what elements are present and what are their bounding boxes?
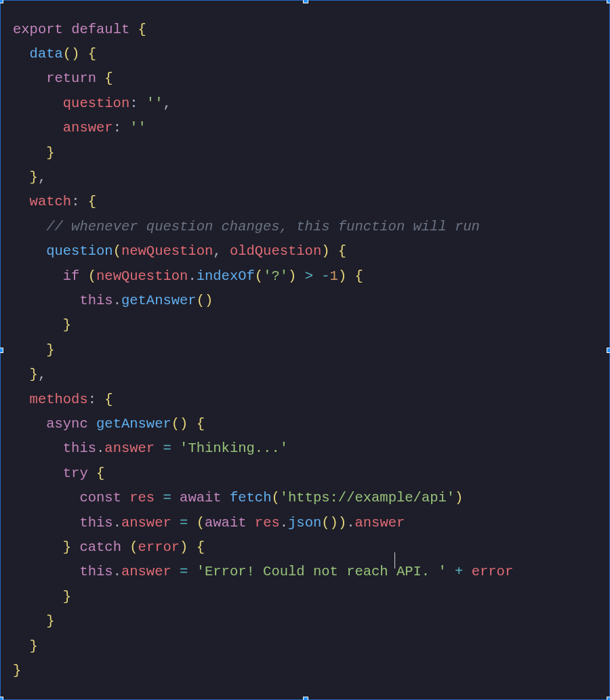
code-line[interactable]: watch: { <box>13 190 513 214</box>
code-token-kw: this <box>79 515 113 531</box>
code-token-punct: } <box>63 589 71 604</box>
code-token-op: + <box>455 564 463 579</box>
code-token-punct: ( <box>113 243 121 259</box>
code-token-plain <box>13 613 46 629</box>
code-token-punct: { <box>104 392 113 407</box>
code-token-fn: indexOf <box>197 268 255 284</box>
code-token-plain <box>13 145 46 161</box>
code-token-var: oldQuestion <box>230 243 321 259</box>
code-line[interactable]: data() { <box>13 42 513 66</box>
selection-handle-middle-left[interactable] <box>0 348 3 353</box>
code-token-dot: : <box>129 96 138 111</box>
code-token-plain <box>296 268 304 284</box>
code-token-plain <box>129 22 138 37</box>
code-line[interactable]: this.answer = 'Thinking...' <box>13 436 513 461</box>
code-token-dot: . <box>113 515 121 531</box>
code-token-fn: json <box>288 515 321 531</box>
code-token-op: = <box>180 564 188 579</box>
selection-handle-bottom-right[interactable] <box>607 697 610 700</box>
selection-handle-top-left[interactable] <box>0 0 3 3</box>
code-line[interactable]: export default { <box>13 18 513 42</box>
code-token-punct: } <box>46 342 54 358</box>
code-line[interactable]: async getAnswer() { <box>13 412 513 436</box>
code-token-kw: try <box>63 466 88 481</box>
code-line[interactable]: methods: { <box>13 388 513 412</box>
code-token-fn: question <box>46 243 113 259</box>
code-token-punct: ( <box>197 515 205 531</box>
code-token-str: 'Thinking...' <box>180 440 288 456</box>
code-token-punct: () <box>197 293 214 308</box>
code-line[interactable]: this.answer = (await res.json()).answer <box>13 511 513 535</box>
code-line[interactable]: this.answer = 'Error! Could not reach AP… <box>13 560 513 584</box>
code-line[interactable]: if (newQuestion.indexOf('?') > -1) { <box>13 264 513 289</box>
code-token-plain <box>155 440 163 456</box>
code-token-kw: catch <box>79 539 121 555</box>
code-line[interactable]: } <box>13 141 513 165</box>
code-token-plain <box>188 416 196 432</box>
code-token-punct: ) <box>338 268 346 284</box>
code-line[interactable]: answer: '' <box>13 116 513 140</box>
code-token-plain <box>13 392 30 407</box>
selection-handle-bottom-left[interactable] <box>0 697 3 700</box>
code-token-plain <box>13 194 30 209</box>
selection-handle-top-middle[interactable] <box>303 0 308 3</box>
text-caret <box>394 552 395 569</box>
code-line[interactable]: // whenever question changes, this funct… <box>13 215 513 239</box>
code-line[interactable]: return { <box>13 66 513 91</box>
code-line[interactable]: const res = await fetch('https://example… <box>13 486 513 510</box>
code-line[interactable]: } <box>13 585 513 609</box>
code-token-punct: } <box>30 367 38 382</box>
code-token-punct: { <box>338 243 346 259</box>
code-token-punct: ()) <box>321 515 346 531</box>
code-token-plain <box>13 70 46 86</box>
code-token-kw: if <box>63 268 80 284</box>
code-line[interactable]: }, <box>13 363 513 387</box>
code-editor[interactable]: export default { data() { return { quest… <box>13 18 513 701</box>
code-token-key: methods <box>30 392 88 407</box>
code-line[interactable]: question: '', <box>13 91 513 116</box>
code-line[interactable]: } <box>13 313 513 337</box>
code-token-plain <box>88 466 96 481</box>
code-line[interactable] <box>13 683 513 700</box>
code-token-plain <box>13 169 30 185</box>
code-line[interactable]: question(newQuestion, oldQuestion) { <box>13 239 513 264</box>
code-token-plain <box>171 490 180 506</box>
code-token-punct: ) <box>180 539 188 555</box>
code-token-plain <box>247 515 255 531</box>
code-line[interactable]: } <box>13 609 513 634</box>
code-token-plain <box>13 293 79 308</box>
code-token-dot: . <box>113 564 121 579</box>
code-line[interactable]: } catch (error) { <box>13 535 513 560</box>
code-token-plain <box>13 120 63 136</box>
selection-handle-top-right[interactable] <box>607 0 610 3</box>
code-token-dot: : <box>113 120 121 136</box>
code-token-var: res <box>129 490 155 506</box>
code-token-plain <box>171 440 180 456</box>
code-token-plain <box>155 490 163 506</box>
code-line[interactable]: } <box>13 634 513 659</box>
code-token-dot: . <box>280 515 288 531</box>
code-token-var: newQuestion <box>121 243 213 259</box>
code-token-punct: ( <box>255 268 263 284</box>
code-token-plain <box>13 96 63 111</box>
code-token-plain <box>88 416 96 432</box>
code-line[interactable]: try { <box>13 461 513 486</box>
code-line[interactable]: this.getAnswer() <box>13 289 513 313</box>
code-editor-canvas[interactable]: export default { data() { return { quest… <box>0 0 610 700</box>
code-token-dot: , <box>213 243 221 259</box>
code-token-plain <box>222 243 230 259</box>
code-token-plain <box>13 466 63 481</box>
code-token-kw: const <box>79 490 121 506</box>
code-line[interactable]: }, <box>13 165 513 190</box>
code-token-kw: default <box>71 22 129 37</box>
code-token-plain <box>171 564 180 579</box>
code-line[interactable]: } <box>13 338 513 363</box>
code-token-plain <box>188 564 196 579</box>
code-line[interactable]: } <box>13 659 513 683</box>
code-token-dot: , <box>163 96 171 111</box>
selection-handle-bottom-middle[interactable] <box>303 697 308 700</box>
code-token-punct: { <box>197 539 205 555</box>
selection-handle-middle-right[interactable] <box>607 348 610 353</box>
code-token-kw: return <box>46 70 96 86</box>
code-token-plain <box>96 392 104 407</box>
